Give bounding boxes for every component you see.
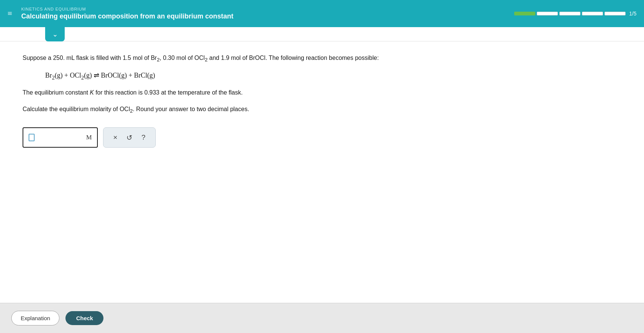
action-buttons-group: × ↺ ? (103, 127, 156, 148)
progress-segment-3 (559, 12, 580, 15)
check-button[interactable]: Check (65, 311, 103, 325)
footer: Explanation Check (0, 303, 644, 333)
header: ≡ KINETICS AND EQUILIBRIUM Calculating e… (0, 0, 644, 27)
chevron-down-icon: ⌄ (52, 30, 58, 38)
input-cursor-icon (29, 134, 35, 141)
help-icon: ? (141, 133, 146, 142)
progress-segment-2 (537, 12, 558, 15)
chemical-equation: Br2(g) + OCl2(g) ⇌ BrOCl(g) + BrCl(g) (45, 71, 621, 81)
main-content: Suppose a 250. mL flask is filled with 1… (0, 41, 644, 303)
progress-segment-4 (582, 12, 603, 15)
answer-input[interactable] (38, 134, 82, 141)
dropdown-button[interactable]: ⌄ (45, 27, 65, 41)
answer-input-box[interactable]: M (23, 127, 98, 148)
problem-line3: Calculate the equilibrium molarity of OC… (23, 104, 621, 116)
header-subtitle: KINETICS AND EQUILIBRIUM (21, 7, 514, 11)
clear-icon: × (113, 133, 117, 142)
header-title: Calculating equilibrium composition from… (21, 12, 514, 20)
problem-line2: The equilibrium constant K for this reac… (23, 87, 621, 98)
answer-row: M × ↺ ? (23, 127, 621, 148)
problem-line1: Suppose a 250. mL flask is filled with 1… (23, 53, 621, 64)
progress-label: 1/5 (629, 11, 636, 17)
header-text-block: KINETICS AND EQUILIBRIUM Calculating equ… (21, 7, 514, 20)
progress-segment-1 (514, 12, 535, 15)
clear-button[interactable]: × (112, 133, 118, 142)
explanation-button[interactable]: Explanation (11, 311, 59, 325)
progress-area: 1/5 (514, 11, 636, 17)
undo-icon: ↺ (126, 133, 132, 142)
help-button[interactable]: ? (141, 133, 146, 142)
undo-button[interactable]: ↺ (126, 133, 133, 143)
progress-bar (514, 12, 626, 15)
unit-label: M (86, 134, 92, 141)
progress-segment-5 (605, 12, 626, 15)
hamburger-menu[interactable]: ≡ (8, 9, 12, 18)
